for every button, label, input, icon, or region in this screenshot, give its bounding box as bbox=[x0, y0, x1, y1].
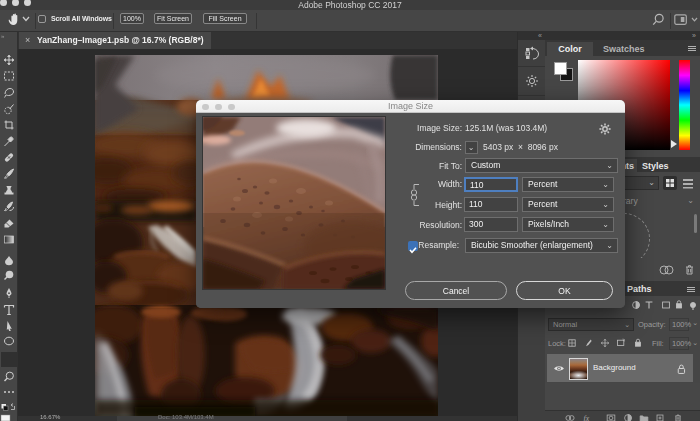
svg-text:fx: fx bbox=[584, 414, 590, 421]
